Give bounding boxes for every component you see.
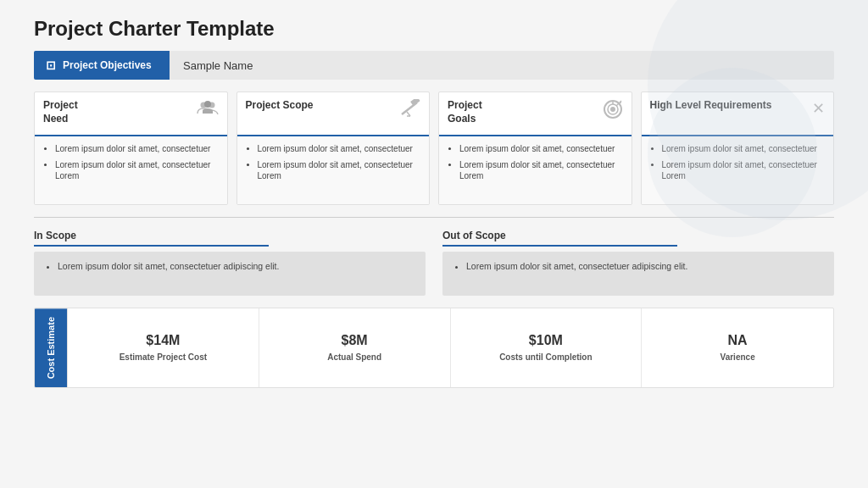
card-goals-item-1: Lorem ipsum dolor sit amet, consectetuer xyxy=(459,143,623,155)
cost-value-estimate: $14M xyxy=(146,333,180,348)
card-project-goals: ProjectGoals Lorem ipsum dolor sit a xyxy=(438,92,632,205)
svg-point-9 xyxy=(610,107,615,112)
cost-desc-actual: Actual Spend xyxy=(327,352,381,363)
objectives-sample-name: Sample Name xyxy=(170,59,266,72)
telescope-icon xyxy=(398,99,420,122)
cost-value-completion: $10M xyxy=(529,333,563,348)
cost-item-estimate: $14M Estimate Project Cost xyxy=(68,308,259,387)
in-scope-underline xyxy=(34,245,269,247)
in-scope-box: In Scope Lorem ipsum dolor sit amet, con… xyxy=(34,230,426,296)
close-icon: ✕ xyxy=(812,99,825,118)
in-scope-label: In Scope xyxy=(34,230,426,241)
cost-item-actual: $8M Actual Spend xyxy=(259,308,451,387)
objectives-tab-label: Project Objectives xyxy=(63,59,152,71)
card-high-level-req: High Level Requirements ✕ Lorem ipsum do… xyxy=(641,92,835,205)
target-icon xyxy=(603,99,623,124)
in-scope-item: Lorem ipsum dolor sit amet, consectetuer… xyxy=(58,260,414,273)
page: Project Charter Template ⊡ Project Objec… xyxy=(0,0,868,488)
in-scope-content: Lorem ipsum dolor sit amet, consectetuer… xyxy=(34,252,426,296)
cost-item-variance: NA Varience xyxy=(642,308,833,387)
card-goals-item-2: Lorem ipsum dolor sit amet, consectetuer… xyxy=(459,159,623,182)
card-header-goals: ProjectGoals xyxy=(439,92,632,136)
card-scope-item-1: Lorem ipsum dolor sit amet, consectetuer xyxy=(258,143,421,155)
card-title-goals: ProjectGoals xyxy=(448,99,482,125)
card-header-scope: Project Scope xyxy=(237,92,430,136)
out-of-scope-item: Lorem ipsum dolor sit amet, consectetuer… xyxy=(466,260,822,273)
card-req-item-1: Lorem ipsum dolor sit amet, consectetuer xyxy=(662,143,826,155)
cost-item-completion: $10M Costs until Completion xyxy=(451,308,643,387)
out-of-scope-underline xyxy=(442,245,677,247)
cards-row: ProjectNeed Lorem ipsum dolor sit amet, … xyxy=(34,92,834,205)
card-req-item-2: Lorem ipsum dolor sit amet, consectetuer… xyxy=(662,159,826,182)
cost-estimate-row: Cost Estimate $14M Estimate Project Cost… xyxy=(34,308,834,388)
objectives-bar: ⊡ Project Objectives Sample Name xyxy=(34,51,834,80)
card-header-need: ProjectNeed xyxy=(35,92,227,136)
card-need-item-1: Lorem ipsum dolor sit amet, consectetuer xyxy=(55,143,219,155)
card-project-scope: Project Scope Lorem ipsum dolor sit amet… xyxy=(236,92,431,205)
objectives-tab[interactable]: ⊡ Project Objectives xyxy=(34,51,170,80)
card-body-need: Lorem ipsum dolor sit amet, consectetuer… xyxy=(35,136,227,204)
card-title-req: High Level Requirements xyxy=(650,99,772,113)
card-project-need: ProjectNeed Lorem ipsum dolor sit amet, … xyxy=(34,92,228,205)
card-body-req: Lorem ipsum dolor sit amet, consectetuer… xyxy=(642,136,834,204)
scope-row: In Scope Lorem ipsum dolor sit amet, con… xyxy=(34,230,834,296)
card-body-goals: Lorem ipsum dolor sit amet, consectetuer… xyxy=(439,136,632,204)
svg-point-2 xyxy=(204,101,211,108)
objectives-icon: ⊡ xyxy=(46,58,56,72)
cost-desc-variance: Varience xyxy=(721,352,755,363)
out-of-scope-box: Out of Scope Lorem ipsum dolor sit amet,… xyxy=(442,230,834,296)
cost-label: Cost Estimate xyxy=(35,308,67,387)
card-need-item-2: Lorem ipsum dolor sit amet, consectetuer… xyxy=(55,159,219,182)
people-icon xyxy=(197,99,219,119)
cost-items: $14M Estimate Project Cost $8M Actual Sp… xyxy=(67,308,833,387)
cost-desc-estimate: Estimate Project Cost xyxy=(120,352,207,363)
card-title-need: ProjectNeed xyxy=(43,99,78,125)
out-of-scope-label: Out of Scope xyxy=(442,230,834,241)
card-body-scope: Lorem ipsum dolor sit amet, consectetuer… xyxy=(237,136,430,204)
cost-value-variance: NA xyxy=(728,333,748,348)
page-title: Project Charter Template xyxy=(34,17,834,41)
out-of-scope-content: Lorem ipsum dolor sit amet, consectetuer… xyxy=(442,252,834,296)
cost-value-actual: $8M xyxy=(342,333,368,348)
card-scope-item-2: Lorem ipsum dolor sit amet, consectetuer… xyxy=(258,159,421,182)
section-divider xyxy=(34,217,834,218)
cost-desc-completion: Costs until Completion xyxy=(499,352,592,363)
card-header-req: High Level Requirements ✕ xyxy=(642,92,834,136)
card-title-scope: Project Scope xyxy=(246,99,314,113)
